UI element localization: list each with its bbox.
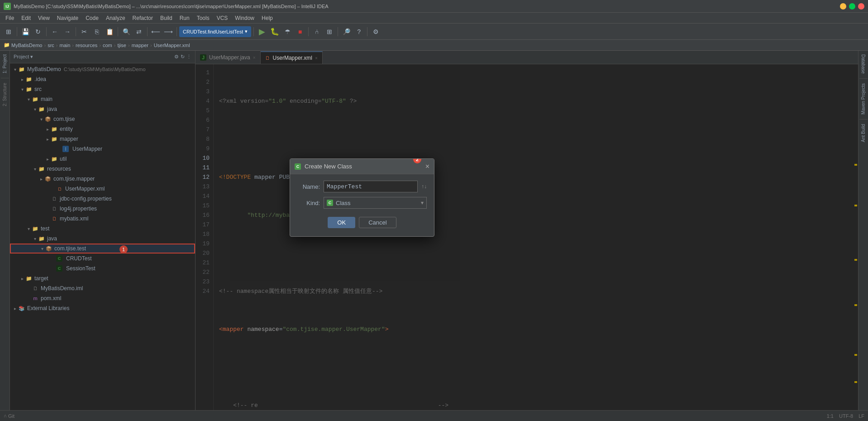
toolbar-sync[interactable]: ↻ (32, 26, 44, 38)
help-button[interactable]: ? (353, 26, 365, 38)
code-editor[interactable]: <?xml version="1.0" encoding="UTF-8" ?> … (214, 64, 858, 410)
tree-item-crudtest[interactable]: C CRUDTest (10, 254, 195, 263)
menu-item-refactor[interactable]: Refactor (129, 14, 157, 22)
maven-projects-tab[interactable]: Maven Projects (861, 81, 866, 116)
tree-item-pom[interactable]: m pom.xml (10, 293, 195, 303)
vcs-button[interactable]: ⑃ (311, 26, 323, 38)
tree-item-test[interactable]: ▾ 📁 test (10, 224, 195, 234)
tree-item-main[interactable]: ▾ 📁 main (10, 94, 195, 104)
run-button[interactable]: ▶ (256, 26, 268, 38)
close-tab-usermapper-java[interactable]: × (253, 55, 256, 60)
tree-item-mybatisdemo[interactable]: ▾ 📁 MyBatisDemo C:\study\SSM\MyBatis\MyB… (10, 64, 195, 74)
settings-icon2[interactable]: ⋮ (186, 54, 191, 60)
toolbar-forward[interactable]: → (62, 26, 73, 38)
toolbar-project-icon[interactable]: ⊞ (3, 26, 14, 38)
dialog-cancel-button[interactable]: Cancel (359, 217, 396, 228)
tree-item-sessiontest[interactable]: C SessionTest (10, 263, 195, 273)
tab-usermapper-xml[interactable]: 🗋 UserMapper.xml × (261, 51, 323, 64)
tree-item-resources[interactable]: ▾ 📁 resources (10, 164, 195, 174)
run-config-dropdown[interactable]: CRUDTest.findUserListTest ▾ (179, 26, 251, 37)
editor-area[interactable]: 12345 6789 10 11 12 1314151617 181920212… (196, 64, 858, 410)
toolbar-save[interactable]: 💾 (19, 26, 31, 38)
menu-item-window[interactable]: Window (231, 14, 258, 22)
settings-button[interactable]: ⚙ (370, 26, 382, 38)
close-tab-usermapper-xml[interactable]: × (315, 56, 318, 61)
coverage-button[interactable]: ☂ (281, 26, 293, 38)
file-path-project[interactable]: 📁 MyBatisDemo (4, 42, 42, 48)
file-path-main[interactable]: main (59, 43, 70, 48)
close-button[interactable] (858, 3, 864, 10)
menu-item-analyze[interactable]: Analyze (102, 14, 129, 22)
tree-item-iml[interactable]: 🗋 MyBatisDemo.iml (10, 283, 195, 293)
tree-item-java-main[interactable]: ▾ 📁 java (10, 104, 195, 114)
dialog-ok-button[interactable]: OK (328, 217, 355, 228)
toolbar-nav-fwd[interactable]: ⟶ (162, 26, 174, 38)
tree-item-java-test[interactable]: ▾ 📁 java (10, 234, 195, 244)
database-tab[interactable]: Database (861, 53, 866, 76)
stop-button[interactable]: ■ (294, 26, 306, 38)
terminal-button[interactable]: ⊞ (324, 26, 335, 38)
window-controls[interactable] (840, 3, 864, 10)
tree-item-log4j[interactable]: 🗋 log4j.properties (10, 204, 195, 214)
search-everywhere[interactable]: 🔎 (340, 26, 352, 38)
menu-item-navigate[interactable]: Navigate (53, 14, 82, 22)
menu-item-edit[interactable]: Edit (18, 14, 34, 22)
sync-icon[interactable]: ↻ (181, 54, 185, 60)
status-line-sep[interactable]: LF (858, 413, 864, 419)
toolbar-paste[interactable]: 📋 (104, 26, 115, 38)
file-path-tjise[interactable]: tjise (117, 43, 126, 48)
tree-label-com-tjise-test: com.tjise.test (54, 245, 86, 252)
tree-item-mybatis-xml[interactable]: 🗋 mybatis.xml (10, 214, 195, 224)
tree-item-target[interactable]: ▸ 📁 target (10, 273, 195, 283)
structure-tab-label[interactable]: 2: Structure (2, 81, 7, 108)
tree-item-util[interactable]: ▸ 📁 util (10, 154, 195, 164)
maximize-button[interactable] (849, 3, 855, 10)
toolbar-copy[interactable]: ⎘ (91, 26, 103, 38)
menu-item-file[interactable]: File (2, 14, 18, 22)
tree-item-com-tjise-mapper[interactable]: ▸ 📦 com.tjise.mapper (10, 174, 195, 184)
tree-item-ext-libs[interactable]: ▸ 📚 External Libraries (10, 303, 195, 313)
file-path-usermapper-xml[interactable]: UserMapper.xml (154, 43, 190, 48)
scrollbar-indicator-6 (854, 381, 857, 383)
menu-item-vcs[interactable]: VCS (213, 14, 232, 22)
project-tab-label[interactable]: 1: Project (2, 53, 7, 75)
menu-item-run[interactable]: Run (176, 14, 193, 22)
tree-item-com-tjise-test[interactable]: ▾ 📦 com.tjise.test 1 (10, 244, 195, 254)
menu-item-tools[interactable]: Tools (193, 14, 213, 22)
minimize-button[interactable] (840, 3, 846, 10)
tab-usermapper-java[interactable]: J UserMapper.java × (196, 51, 261, 64)
file-path-com[interactable]: com (103, 43, 112, 48)
debug-button[interactable]: 🐛 (269, 26, 281, 38)
tree-item-entity[interactable]: ▸ 📁 entity (10, 124, 195, 134)
dialog-name-arrows[interactable]: ↑↓ (421, 183, 427, 190)
file-path-src[interactable]: src (48, 43, 54, 48)
dialog-kind-select-container[interactable]: C Class ▾ (324, 197, 427, 209)
toolbar-find[interactable]: 🔍 (120, 26, 132, 38)
java-file-icon: J (200, 54, 206, 61)
menu-item-code[interactable]: Code (82, 14, 102, 22)
file-path-mapper[interactable]: mapper (132, 43, 148, 48)
tree-item-jdbc-config[interactable]: 🗋 jdbc-config.properties (10, 194, 195, 204)
toolbar-back[interactable]: ← (49, 26, 61, 38)
toolbar-cut[interactable]: ✂ (78, 26, 90, 38)
ant-build-tab[interactable]: Ant Build (861, 122, 866, 144)
tree-item-com-tjise[interactable]: ▾ 📦 com.tjise (10, 114, 195, 124)
dialog-close-icon[interactable]: × (425, 163, 429, 171)
tree-item-mapper-java[interactable]: ▸ 📁 mapper (10, 134, 195, 144)
tree-item-idea[interactable]: ▸ 📁 .idea (10, 74, 195, 84)
status-git[interactable]: ⑃ Git (4, 413, 14, 419)
file-path-resources[interactable]: resources (76, 43, 97, 48)
dialog-name-input[interactable] (324, 181, 418, 192)
tree-item-src[interactable]: ▾ 📁 src (10, 84, 195, 94)
project-dropdown[interactable]: Project ▾ (14, 54, 33, 60)
gear-icon[interactable]: ⚙ (174, 54, 179, 60)
toolbar: ⊞ 💾 ↻ ← → ✂ ⎘ 📋 🔍 ⇄ ⟵ ⟶ CRUDTest.findUse… (0, 24, 868, 40)
toolbar-nav-back[interactable]: ⟵ (150, 26, 162, 38)
status-encoding[interactable]: UTF-8 (839, 413, 853, 419)
tree-item-usermapper-interface[interactable]: I UserMapper (10, 144, 195, 154)
menu-item-build[interactable]: Build (157, 14, 176, 22)
toolbar-replace[interactable]: ⇄ (133, 26, 145, 38)
tree-item-usermapper-xml[interactable]: 🗋 UserMapper.xml (10, 184, 195, 194)
menu-item-help[interactable]: Help (258, 14, 277, 22)
menu-item-view[interactable]: View (34, 14, 53, 22)
